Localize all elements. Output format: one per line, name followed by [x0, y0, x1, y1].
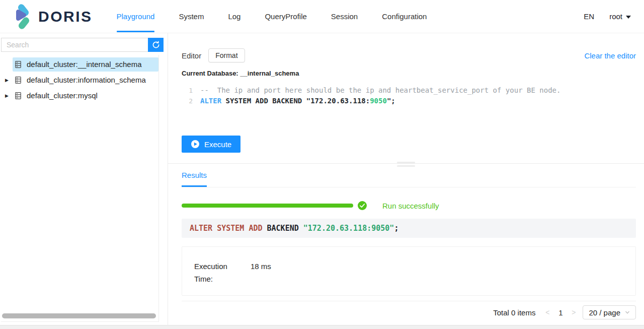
check-circle-icon — [357, 201, 367, 211]
current-page[interactable]: 1 — [556, 308, 565, 317]
line-number: 1 — [182, 85, 193, 96]
result-sql-keywords: ALTER SYSTEM ADD — [190, 224, 267, 233]
expand-caret-icon[interactable]: ▶ — [1, 78, 13, 83]
nav-tab-system[interactable]: System — [167, 0, 216, 33]
result-sql-semicolon: ; — [394, 224, 398, 233]
execution-time-value: 18 ms — [251, 260, 271, 285]
database-tree: default_cluster:__internal_schema ▶ defa… — [1, 55, 159, 322]
execution-time-label: Execution Time: — [194, 260, 232, 285]
doris-logo-icon — [15, 3, 32, 30]
sql-port-number: 9050 — [370, 96, 387, 106]
page-size-select[interactable]: 20 / page — [583, 305, 636, 319]
tree-item-label: default_cluster:__internal_schema — [27, 60, 141, 69]
progress-bar — [182, 204, 353, 208]
expand-caret-icon[interactable]: ▶ — [1, 93, 13, 98]
sql-keyword: ALTER — [200, 96, 221, 106]
user-menu[interactable]: root — [609, 12, 631, 21]
doris-logo[interactable]: DORIS — [15, 3, 93, 30]
play-circle-icon — [191, 140, 200, 149]
logo-text: DORIS — [38, 8, 93, 25]
run-status-text: Run successfully — [382, 202, 439, 210]
tree-item-mysql[interactable]: ▶ default_cluster:mysql — [1, 88, 158, 103]
search-row — [1, 38, 164, 52]
nav-tab-configuration[interactable]: Configuration — [370, 0, 439, 33]
database-sidebar: default_cluster:__internal_schema ▶ defa… — [0, 33, 168, 325]
line-number: 2 — [182, 96, 193, 106]
result-sql-backend: BACKEND — [267, 224, 303, 233]
database-icon — [14, 60, 22, 69]
current-database-label: Current Database: __internal_schema — [182, 70, 636, 77]
clear-editor-link[interactable]: Clear the editor — [584, 51, 636, 60]
editor-title: Editor — [182, 51, 201, 60]
chevron-down-icon — [625, 310, 630, 315]
run-status-row: Run successfully — [182, 201, 636, 211]
sql-text: "; — [387, 96, 395, 106]
panel-divider — [168, 163, 644, 164]
search-input[interactable] — [1, 38, 148, 52]
editor-line-1: 1 -- The ip and port here should be the … — [182, 85, 636, 96]
execute-button-label: Execute — [204, 140, 231, 149]
results-footer-divider — [182, 301, 636, 301]
nav-tab-log[interactable]: Log — [216, 0, 253, 33]
refresh-button[interactable] — [148, 38, 164, 52]
sql-comment: -- The ip and port here should be the ip… — [200, 85, 560, 96]
page-size-value: 20 / page — [589, 308, 620, 317]
database-icon — [14, 76, 22, 84]
executed-sql-display: ALTER SYSTEM ADD BACKEND "172.20.63.118:… — [182, 219, 636, 238]
user-name: root — [609, 12, 622, 21]
execute-button[interactable]: Execute — [182, 136, 240, 153]
tree-item-label: default_cluster:mysql — [27, 91, 98, 100]
top-nav-bar: DORIS Playground System Log QueryProfile… — [0, 0, 644, 33]
tree-item-internal-schema[interactable]: default_cluster:__internal_schema — [1, 56, 158, 72]
tree-item-label: default_cluster:information_schema — [27, 76, 146, 84]
horizontal-scrollbar[interactable] — [2, 313, 156, 318]
tree-item-information-schema[interactable]: ▶ default_cluster:information_schema — [1, 72, 158, 88]
editor-toolbar: Editor Format Clear the editor — [182, 48, 636, 62]
nav-tab-playground[interactable]: Playground — [105, 0, 167, 33]
execution-time-card: Execution Time: 18 ms — [182, 246, 636, 296]
nav-tab-queryprofile[interactable]: QueryProfile — [253, 0, 318, 33]
header-right: EN root — [584, 12, 631, 21]
result-sql-address: "172.20.63.118:9050" — [303, 224, 394, 233]
sql-editor[interactable]: 1 -- The ip and port here should be the … — [182, 85, 636, 106]
editor-line-2: 2 ALTER SYSTEM ADD BACKEND "172.20.63.11… — [182, 96, 636, 106]
playground-main: Editor Format Clear the editor Current D… — [168, 33, 644, 325]
pagination-total: Total 0 items — [493, 308, 535, 317]
tab-results[interactable]: Results — [182, 171, 207, 187]
next-page-button[interactable]: > — [570, 308, 578, 316]
bottom-strip — [0, 325, 644, 329]
resize-handle[interactable] — [397, 160, 415, 169]
playground-page: DORIS Playground System Log QueryProfile… — [0, 0, 644, 329]
nav-tab-session[interactable]: Session — [319, 0, 370, 33]
reload-icon — [152, 41, 160, 49]
language-toggle[interactable]: EN — [584, 12, 594, 21]
sql-text: SYSTEM ADD BACKEND "172.20.63.118: — [221, 96, 370, 106]
main-nav: Playground System Log QueryProfile Sessi… — [105, 0, 439, 33]
user-caret-icon — [626, 16, 631, 19]
database-icon — [14, 92, 22, 100]
format-button[interactable]: Format — [208, 48, 245, 62]
prev-page-button[interactable]: < — [543, 308, 551, 316]
pagination: Total 0 items < 1 > 20 / page — [168, 305, 636, 319]
